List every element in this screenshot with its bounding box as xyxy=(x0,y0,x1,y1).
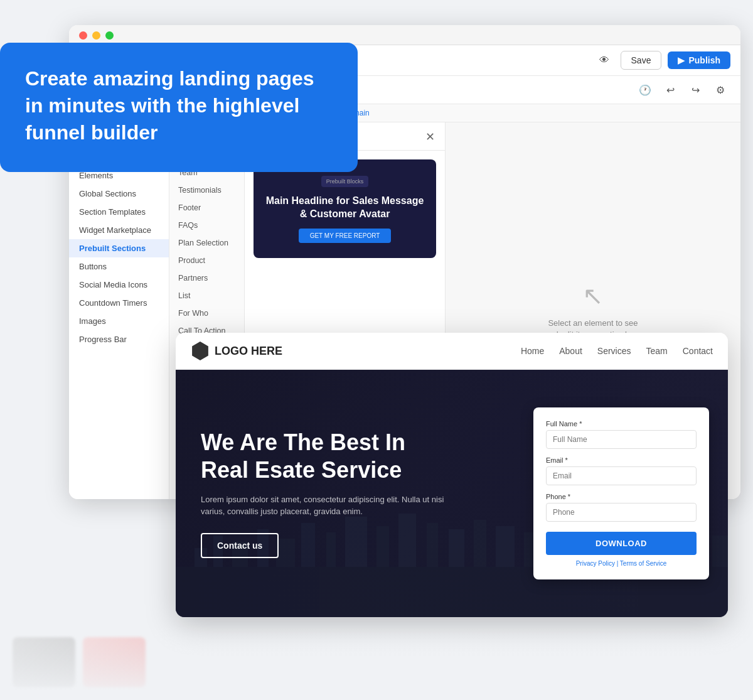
landing-hero: We Are The Best In Real Esate Service Lo… xyxy=(176,370,728,617)
publish-button[interactable]: ▶ Publish xyxy=(668,51,730,69)
bottom-blur-overlay xyxy=(0,625,753,700)
preview-headline: Main Headline for Sales Message & Custom… xyxy=(264,195,426,221)
toolbar-icons2: 🕐 ↩ ↪ ⚙ xyxy=(635,80,730,100)
svg-rect-14 xyxy=(496,526,515,567)
email-label: Email * xyxy=(546,456,697,464)
preview-badge: Prebuilt Blocks xyxy=(321,176,369,187)
promo-card: Create amazing landing pages in minutes … xyxy=(0,43,358,172)
email-input[interactable] xyxy=(546,466,697,485)
sidebar2-item-testimonials[interactable]: Testimonials xyxy=(169,181,244,199)
sidebar-item-images[interactable]: Images xyxy=(69,312,169,330)
hero-content: We Are The Best In Real Esate Service Lo… xyxy=(201,429,452,557)
hero-headline: We Are The Best In Real Esate Service xyxy=(201,429,452,483)
undo-button[interactable]: ↩ xyxy=(660,80,680,100)
traffic-light-red[interactable] xyxy=(79,31,87,40)
sidebar-item-global-sections[interactable]: Global Sections xyxy=(69,185,169,203)
publish-icon: ▶ xyxy=(678,55,685,65)
lead-form: Full Name * Email * Phone * DOWNLOAD Pri… xyxy=(533,407,709,579)
full-name-label: Full Name * xyxy=(546,420,697,428)
svg-rect-13 xyxy=(474,520,486,567)
sidebar2-item-for-who[interactable]: For Who xyxy=(169,304,244,322)
sidebar2-item-plan-selection[interactable]: Plan Selection xyxy=(169,234,244,252)
traffic-light-green[interactable] xyxy=(105,31,114,40)
sidebar2-item-list[interactable]: List xyxy=(169,287,244,304)
nav-team[interactable]: Team xyxy=(646,346,668,356)
close-button[interactable]: ✕ xyxy=(425,131,435,143)
form-group-phone: Phone * xyxy=(546,493,697,522)
svg-rect-23 xyxy=(712,536,728,567)
phone-input[interactable] xyxy=(546,503,697,522)
sidebar-item-buttons[interactable]: Buttons xyxy=(69,257,169,276)
sidebar-left: Sections Rows Elements Global Sections S… xyxy=(69,122,169,499)
sidebar-item-prebuilt-sections[interactable]: Prebuilt Sections xyxy=(69,239,169,257)
full-name-input[interactable] xyxy=(546,430,697,449)
form-group-email: Email * xyxy=(546,456,697,485)
save-button[interactable]: Save xyxy=(621,51,662,70)
sidebar-item-widget-marketplace[interactable]: Widget Marketplace xyxy=(69,221,169,239)
toolbar-icons-left: 👁 xyxy=(594,50,614,70)
sidebar2-item-product[interactable]: Product xyxy=(169,252,244,269)
preview-icon-btn[interactable]: 👁 xyxy=(594,50,614,70)
nav-home[interactable]: Home xyxy=(521,346,544,356)
cursor-icon: ↖ xyxy=(582,281,604,310)
publish-label: Publish xyxy=(688,55,720,65)
download-button[interactable]: DOWNLOAD xyxy=(546,532,697,555)
sidebar2-item-partners[interactable]: Partners xyxy=(169,269,244,287)
preview-cta-button[interactable]: GET MY FREE REPORT xyxy=(299,229,392,243)
traffic-light-yellow[interactable] xyxy=(92,31,100,40)
landing-preview-window: LOGO HERE Home About Services Team Conta… xyxy=(176,333,728,617)
section-preview-card[interactable]: Prebuilt Blocks Main Headline for Sales … xyxy=(254,159,436,258)
redo-button[interactable]: ↪ xyxy=(685,80,705,100)
sidebar2-item-faqs[interactable]: FAQs xyxy=(169,217,244,234)
form-privacy-link[interactable]: Privacy Policy | Terms of Service xyxy=(546,560,697,567)
sidebar-item-social-media-icons[interactable]: Social Media Icons xyxy=(69,276,169,294)
sidebar2-item-footer[interactable]: Footer xyxy=(169,199,244,217)
landing-nav: LOGO HERE Home About Services Team Conta… xyxy=(176,333,728,370)
nav-about[interactable]: About xyxy=(559,346,582,356)
landing-logo: LOGO HERE xyxy=(191,342,282,360)
form-group-name: Full Name * xyxy=(546,420,697,449)
logo-hex-icon xyxy=(191,342,210,360)
landing-nav-links: Home About Services Team Contact xyxy=(521,346,713,356)
logo-text: LOGO HERE xyxy=(215,345,282,358)
nav-services[interactable]: Services xyxy=(597,346,631,356)
svg-rect-15 xyxy=(524,532,533,567)
sidebar-item-progress-bar[interactable]: Progress Bar xyxy=(69,330,169,348)
settings-icon-btn[interactable]: ⚙ xyxy=(710,80,730,100)
sidebar-item-countdown-timers[interactable]: Countdown Timers xyxy=(69,294,169,312)
hero-body: Lorem ipsum dolor sit amet, consectetur … xyxy=(201,493,452,518)
phone-label: Phone * xyxy=(546,493,697,500)
promo-headline: Create amazing landing pages in minutes … xyxy=(25,65,333,147)
contact-us-button[interactable]: Contact us xyxy=(201,533,279,558)
nav-contact[interactable]: Contact xyxy=(683,346,713,356)
clock-icon-btn[interactable]: 🕐 xyxy=(635,80,655,100)
sidebar-item-section-templates[interactable]: Section Templates xyxy=(69,203,169,221)
